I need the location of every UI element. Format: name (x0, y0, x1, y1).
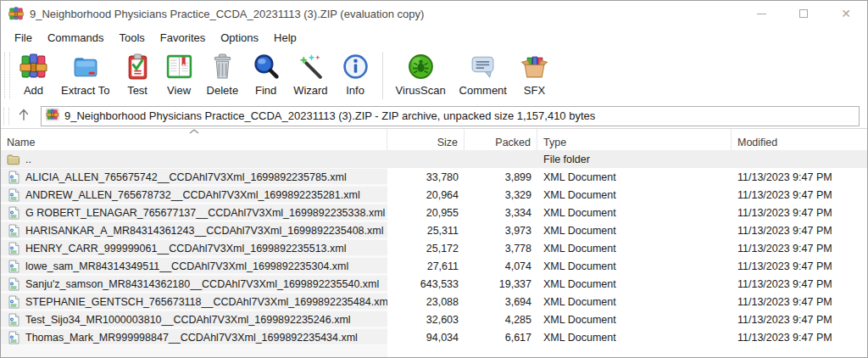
comment-bubble-icon (469, 53, 497, 84)
toolbar-add-button[interactable]: Add (13, 51, 54, 97)
cell-packed: 4,285 (465, 314, 537, 326)
column-header-label: Size (437, 137, 458, 148)
table-row[interactable]: HARISANKAR_A_MR84314361243__CCDAhl7V3Xml… (1, 221, 867, 239)
address-bar: 9_Neighborhood Physicians Practice_CCDA_… (1, 103, 867, 129)
column-header-packed[interactable]: Packed (465, 129, 537, 150)
cell-size: 643,533 (387, 278, 465, 290)
column-header-name[interactable]: Name (1, 129, 387, 150)
cell-type: XML Document (537, 296, 732, 308)
minimize-icon (757, 14, 766, 14)
minimize-button[interactable] (740, 1, 782, 26)
menu-commands[interactable]: Commands (40, 28, 111, 48)
cell-modified: 11/13/2023 9:47 PM (732, 243, 867, 255)
file-name-text: Thomas_Mark_MR999998847__CCDAhl7V3Xml_16… (25, 332, 358, 344)
xml-document-icon (7, 171, 20, 184)
up-arrow-icon (16, 107, 31, 126)
cell-modified: 11/13/2023 9:47 PM (732, 332, 867, 344)
toolbar-gripper (3, 108, 9, 125)
xml-document-icon (7, 331, 20, 344)
table-row[interactable]: lowe_sam_MR84314349511__CCDAhl7V3Xml_169… (1, 257, 867, 275)
close-button[interactable]: ✕ (825, 1, 867, 26)
menu-help[interactable]: Help (266, 28, 304, 48)
table-row[interactable]: G ROBERT_LENAGAR_765677137__CCDAhl7V3Xml… (1, 204, 867, 221)
cell-name: .. (1, 150, 387, 168)
column-header-label: Modified (737, 137, 777, 148)
cell-packed: 3,778 (465, 243, 537, 255)
menu-favorites[interactable]: Favorites (153, 28, 213, 48)
table-row[interactable]: Test_Sijo34_MR1000003810__CCDAhl7V3Xml_1… (1, 310, 867, 328)
toolbar-sfx-button[interactable]: SFX (514, 51, 555, 97)
cell-modified: 11/13/2023 9:47 PM (732, 225, 867, 237)
column-header-type[interactable]: Type (537, 129, 732, 150)
cell-name: Sanju'z_samson_MR84314362180__CCDAhl7V3X… (1, 275, 387, 293)
archive-path-combobox[interactable]: 9_Neighborhood Physicians Practice_CCDA_… (41, 106, 860, 126)
toolbar-button-label: Test (127, 84, 147, 97)
sfx-box-icon (520, 53, 548, 84)
toolbar-comment-button[interactable]: Comment (453, 51, 514, 97)
toolbar-button-label: Wizard (293, 84, 327, 97)
wizard-wand-icon (297, 53, 325, 84)
menu-options[interactable]: Options (213, 28, 266, 48)
extract-folder-icon (71, 53, 99, 84)
file-name-text: .. (25, 154, 31, 165)
info-icon (342, 53, 370, 84)
toolbar-virusscan-button[interactable]: VirusScan (389, 51, 453, 97)
xml-document-icon (7, 242, 20, 255)
maximize-button[interactable] (782, 1, 825, 26)
table-row[interactable]: ANDREW_ALLEN_765678732__CCDAhl7V3Xml_169… (1, 186, 867, 204)
toolbar-view-button[interactable]: View (159, 51, 200, 97)
parent-folder-row[interactable]: ..File folder (1, 150, 867, 168)
maximize-icon (799, 9, 808, 18)
xml-document-icon (7, 260, 20, 273)
cell-name: HARISANKAR_A_MR84314361243__CCDAhl7V3Xml… (1, 221, 387, 239)
cell-name: ANDREW_ALLEN_765678732__CCDAhl7V3Xml_169… (1, 186, 387, 204)
toolbar-extract-to-button[interactable]: Extract To (54, 51, 117, 97)
file-name-text: Sanju'z_samson_MR84314362180__CCDAhl7V3X… (25, 278, 379, 290)
table-row[interactable]: HENRY_CARR_999999061__CCDAhl7V3Xml_16998… (1, 239, 867, 257)
table-row[interactable]: Sanju'z_samson_MR84314362180__CCDAhl7V3X… (1, 275, 867, 293)
file-list: ..File folderALICIA_ALLEN_765675742__CCD… (1, 150, 867, 357)
table-row[interactable]: Thomas_Mark_MR999998847__CCDAhl7V3Xml_16… (1, 328, 867, 346)
file-name-text: STEPHANIE_GENTSCH_765673118__CCDAhl7V3Xm… (25, 296, 387, 308)
cell-type: XML Document (537, 171, 732, 183)
xml-document-icon (7, 224, 20, 238)
cell-name: Thomas_Mark_MR999998847__CCDAhl7V3Xml_16… (1, 328, 387, 346)
toolbar-find-button[interactable]: Find (245, 51, 287, 97)
toolbar-gripper (4, 53, 10, 98)
table-row[interactable]: STEPHANIE_GENTSCH_765673118__CCDAhl7V3Xm… (1, 293, 867, 310)
up-one-level-button[interactable] (11, 106, 36, 126)
file-name-text: HENRY_CARR_999999061__CCDAhl7V3Xml_16998… (25, 243, 346, 255)
file-name-text: HARISANKAR_A_MR84314361243__CCDAhl7V3Xml… (25, 225, 383, 237)
file-name-text: ALICIA_ALLEN_765675742__CCDAhl7V3Xml_169… (25, 171, 347, 183)
cell-type: File folder (537, 154, 732, 165)
cell-type: XML Document (537, 314, 732, 326)
toolbar: AddExtract ToTestViewDeleteFindWizardInf… (1, 48, 867, 103)
xml-document-icon (7, 206, 20, 220)
toolbar-button-label: VirusScan (396, 84, 446, 97)
column-header-modified[interactable]: Modified (732, 129, 867, 150)
close-icon: ✕ (841, 8, 851, 20)
toolbar-test-button[interactable]: Test (117, 51, 159, 97)
toolbar-button-label: Comment (459, 84, 507, 97)
toolbar-button-label: Info (346, 84, 364, 97)
delete-trash-icon (209, 53, 236, 84)
cell-packed: 3,899 (465, 171, 537, 183)
column-header-label: Type (543, 137, 566, 148)
toolbar-delete-button[interactable]: Delete (200, 51, 246, 97)
menu-file[interactable]: File (7, 28, 40, 48)
toolbar-button-label: View (167, 84, 191, 97)
menu-tools[interactable]: Tools (111, 28, 152, 48)
cell-packed: 19,337 (465, 278, 537, 290)
toolbar-wizard-button[interactable]: Wizard (287, 51, 334, 97)
table-row[interactable]: ALICIA_ALLEN_765675742__CCDAhl7V3Xml_169… (1, 168, 867, 186)
find-magnifier-icon (252, 53, 280, 84)
xml-document-icon (7, 277, 20, 291)
cell-modified: 11/13/2023 9:47 PM (732, 171, 867, 183)
cell-modified: 11/13/2023 9:47 PM (732, 189, 867, 201)
cell-name: ALICIA_ALLEN_765675742__CCDAhl7V3Xml_169… (1, 168, 387, 186)
toolbar-info-button[interactable]: Info (335, 51, 376, 97)
winrar-window: 9_Neighborhood Physicians Practice_CCDA_… (0, 0, 868, 358)
column-header-size[interactable]: Size (387, 129, 465, 150)
cell-name: lowe_sam_MR84314349511__CCDAhl7V3Xml_169… (1, 257, 387, 275)
xml-document-icon (7, 295, 20, 309)
